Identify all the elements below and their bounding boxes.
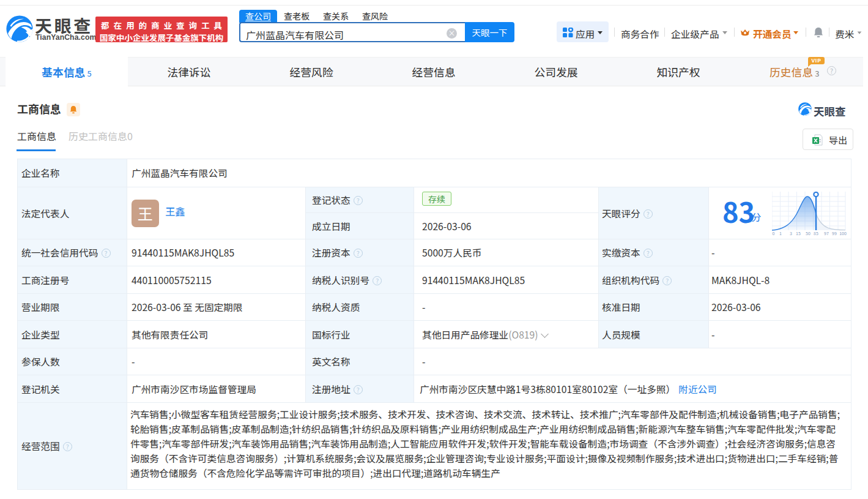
- svg-text:3: 3: [790, 230, 792, 236]
- svg-text:85: 85: [814, 230, 818, 236]
- svg-text:50: 50: [806, 230, 811, 236]
- svg-text:15: 15: [796, 230, 801, 236]
- svg-text:0: 0: [773, 230, 775, 236]
- svg-text:1: 1: [779, 230, 782, 236]
- svg-text:99: 99: [832, 230, 837, 236]
- svg-text:97: 97: [824, 230, 829, 236]
- svg-text:100: 100: [839, 230, 847, 236]
